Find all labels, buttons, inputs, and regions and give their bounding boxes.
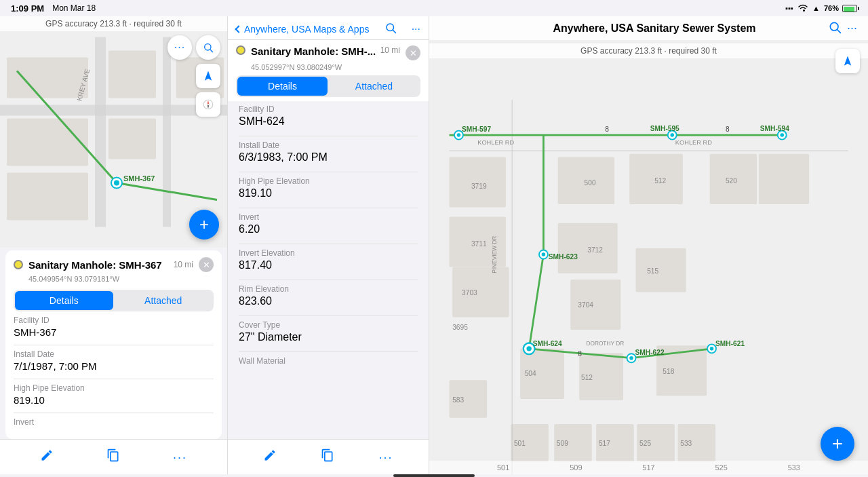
left-nav-button[interactable] [196, 64, 220, 88]
middle-edit-button[interactable] [258, 443, 282, 471]
middle-feature-coords: 45.052997°N 93.080249°W [228, 63, 429, 71]
svg-marker-21 [208, 104, 210, 109]
left-add-button[interactable]: + [189, 210, 219, 240]
left-divider-2 [14, 379, 214, 379]
left-facility-id-label: Facility ID [14, 316, 214, 325]
left-map: KREY AVE SMH-367 GPS accuracy 213.3 ft ·… [0, 16, 227, 248]
left-more-button[interactable]: ··· [167, 35, 192, 60]
left-invert-group: Invert [14, 417, 214, 427]
signal-icon: ▪▪▪ [785, 4, 793, 12]
svg-text:SMH-594: SMH-594 [760, 125, 789, 132]
svg-text:512: 512 [654, 177, 666, 185]
svg-rect-31 [759, 154, 809, 204]
svg-line-25 [837, 30, 841, 33]
mid-rim-elev-label: Rim Elevation [239, 284, 418, 294]
svg-marker-18 [205, 71, 212, 81]
svg-text:SMH-597: SMH-597 [462, 126, 491, 133]
left-facility-id-value: SMH-367 [14, 326, 214, 338]
left-feature-header: Sanitary Manhole: SMH-367 10 mi ✕ [5, 250, 222, 275]
left-feature-card: Sanitary Manhole: SMH-367 10 mi ✕ 45.049… [5, 250, 222, 439]
middle-back-label: Anywhere, USA Maps & Apps [244, 24, 369, 35]
svg-text:509: 509 [557, 440, 568, 447]
middle-details-tab[interactable]: Details [237, 77, 328, 96]
left-feature-close-button[interactable]: ✕ [199, 257, 214, 272]
svg-text:3704: 3704 [578, 301, 593, 309]
location-icon: ▲ [812, 4, 820, 12]
feature-dot [14, 260, 23, 269]
svg-point-14 [114, 180, 119, 186]
svg-text:SMH-622: SMH-622 [635, 349, 665, 356]
left-bottom-toolbar: ··· [0, 439, 227, 474]
right-map-controls [835, 35, 860, 73]
left-compass-button[interactable] [196, 92, 220, 117]
left-more-options-button[interactable]: ··· [167, 444, 193, 470]
svg-text:SMH-623: SMH-623 [549, 253, 578, 261]
svg-text:3719: 3719 [471, 183, 487, 190]
left-search-button[interactable] [196, 35, 220, 60]
middle-search-button[interactable] [384, 22, 397, 37]
left-install-date-label: Install Date [14, 349, 214, 359]
svg-line-23 [393, 30, 395, 33]
mid-high-pipe-label: High Pipe Elevation [239, 176, 418, 186]
svg-text:PINEVIEW DR: PINEVIEW DR [491, 236, 498, 273]
mid-divider-2 [239, 172, 418, 172]
mid-divider-7 [239, 351, 418, 352]
home-bar [393, 474, 475, 477]
middle-feature-title: Sanitary Manhole: SMH-... [251, 45, 380, 57]
left-details-tab[interactable]: Details [15, 291, 113, 310]
left-attach-button[interactable] [101, 443, 125, 471]
mid-divider-4 [239, 244, 418, 244]
svg-point-77 [629, 356, 633, 360]
middle-attach-button[interactable] [315, 443, 340, 471]
mid-install-date-group: Install Date 6/3/1983, 7:00 PM [239, 140, 418, 164]
middle-feature-dot [236, 45, 245, 55]
middle-nav-more-button[interactable]: ··· [412, 23, 420, 35]
right-gps-accuracy: GPS accuracy 213.3 ft · required 30 ft [429, 43, 868, 58]
main-content: KREY AVE SMH-367 GPS accuracy 213.3 ft ·… [0, 16, 868, 474]
mid-cover-type-group: Cover Type 27" Diameter [239, 320, 418, 343]
left-map-bg: KREY AVE SMH-367 GPS accuracy 213.3 ft ·… [0, 16, 227, 248]
mid-invert-elev-value: 817.40 [239, 259, 418, 271]
left-feature-title: Sanitary Manhole: SMH-367 [28, 259, 174, 271]
left-feature-distance: 10 mi [174, 260, 193, 269]
middle-back-button[interactable]: Anywhere, USA Maps & Apps [236, 24, 369, 35]
right-nav-button[interactable] [835, 49, 860, 73]
right-add-button[interactable]: + [821, 427, 854, 461]
middle-panel: Anywhere, USA Maps & Apps ··· Sanitary M… [227, 16, 429, 474]
svg-text:KOHLER RD: KOHLER RD [675, 139, 712, 146]
svg-text:517: 517 [599, 440, 610, 447]
home-indicator [0, 474, 868, 477]
svg-text:515: 515 [647, 267, 658, 275]
status-date: Mon Mar 18 [52, 3, 96, 13]
svg-text:501: 501 [514, 440, 526, 447]
svg-rect-4 [7, 58, 88, 98]
svg-rect-34 [636, 248, 686, 292]
svg-marker-20 [208, 100, 210, 104]
middle-more-options-button[interactable]: ··· [373, 444, 398, 470]
bottom-num-501: 501 [497, 463, 509, 472]
middle-attached-tab[interactable]: Attached [329, 77, 419, 96]
right-search-button[interactable] [828, 20, 842, 36]
left-edit-button[interactable] [35, 443, 59, 471]
mid-install-date-label: Install Date [239, 140, 418, 150]
wifi-icon [797, 3, 808, 13]
mid-facility-id-value: SMH-624 [239, 115, 418, 128]
right-more-button[interactable]: ··· [847, 20, 857, 36]
bottom-num-517: 517 [642, 463, 654, 472]
back-chevron-icon [235, 25, 242, 33]
svg-rect-2 [95, 37, 106, 227]
svg-point-62 [457, 133, 461, 137]
mid-high-pipe-value: 819.10 [239, 187, 418, 199]
mid-invert-elev-label: Invert Elevation [239, 248, 418, 258]
svg-text:512: 512 [581, 374, 593, 381]
middle-feature-close-button[interactable]: ✕ [406, 45, 420, 60]
svg-rect-1 [0, 105, 227, 116]
mid-rim-elev-value: 823.60 [239, 295, 418, 307]
left-divider-3 [14, 413, 214, 413]
mid-divider-5 [239, 280, 418, 280]
mid-high-pipe-group: High Pipe Elevation 819.10 [239, 176, 418, 199]
svg-text:SMH-367: SMH-367 [123, 174, 155, 183]
mid-facility-id-group: Facility ID SMH-624 [239, 104, 418, 128]
left-attached-tab[interactable]: Attached [115, 291, 213, 310]
svg-rect-3 [163, 37, 171, 227]
